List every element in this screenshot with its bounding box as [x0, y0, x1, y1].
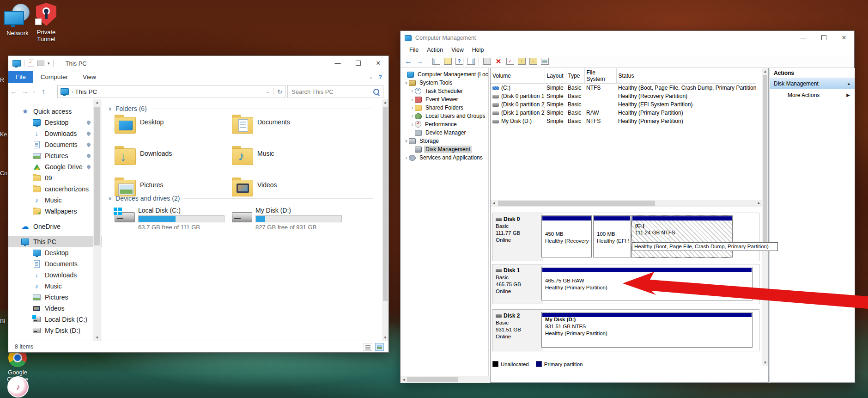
address-bar[interactable]: › This PC ⌄ ↻ — [57, 85, 285, 98]
move-up-icon[interactable]: ↑ — [517, 57, 526, 66]
sidebar-item-music[interactable]: ♪Music — [8, 281, 102, 292]
sidebar-item-09[interactable]: 09 — [8, 172, 102, 184]
sidebar-item-documents[interactable]: Documents — [8, 258, 102, 269]
column-header-volume[interactable]: Volume — [491, 68, 545, 84]
thumbnails-view-icon[interactable] — [375, 343, 384, 351]
address-dropdown-icon[interactable]: ⌄ — [266, 89, 270, 94]
disk-label-disk-2[interactable]: Disk 2Basic931.51 GBOnline — [492, 310, 543, 351]
scroll-down-icon[interactable]: ▼ — [93, 335, 101, 341]
expanded-icon[interactable]: ∨ — [404, 139, 409, 143]
sidebar-item-local-disk-c[interactable]: Local Disk (C:) — [8, 314, 102, 325]
close-button[interactable]: ✕ — [834, 31, 854, 44]
sidebar-item-my-disk-d[interactable]: My Disk (D:) — [8, 325, 102, 336]
partition-disk-2-0[interactable]: My Disk (D:)931.51 GB NTFSHealthy (Prima… — [541, 312, 753, 348]
scroll-down-icon[interactable]: ▼ — [382, 335, 388, 341]
back-button[interactable]: ← — [8, 87, 19, 95]
collapse-icon[interactable]: ∨ — [108, 196, 112, 202]
disk-label-disk-0[interactable]: Disk 0Basic111.77 GBOnline — [492, 213, 543, 261]
menu-action[interactable]: Action — [423, 47, 447, 53]
column-header-file-system[interactable]: File System — [584, 68, 616, 84]
scroll-up-icon[interactable]: ▲ — [93, 99, 101, 106]
customize-qat-icon[interactable]: ▾ — [48, 61, 50, 66]
minimize-button[interactable]: — — [328, 56, 348, 70]
nav-pane-scrollbar[interactable]: ▲ ▼ — [93, 99, 101, 341]
tree-item-local-users-and-groups[interactable]: ›Local Users and Groups — [401, 112, 488, 120]
volume-row-disk-1-partition-2[interactable]: (Disk 1 partition 2)SimpleBasicRAWHealth… — [491, 109, 756, 117]
callout-icon[interactable] — [482, 57, 492, 66]
partition-disk-0-2[interactable]: (C:)111.24 GB NTFS — [631, 215, 733, 257]
recent-locations-icon[interactable]: ⌄ — [30, 89, 38, 93]
sidebar-item-pictures[interactable]: Pictures — [8, 292, 102, 303]
column-header-type[interactable]: Type — [566, 68, 584, 84]
folder-tile-desktop[interactable]: Desktop — [115, 117, 164, 134]
actions-group-disk-management[interactable]: Disk Management ▲ — [770, 78, 855, 89]
help-icon[interactable]: ? — [455, 57, 464, 66]
tree-item-event-viewer[interactable]: ›Event Viewer — [401, 95, 488, 104]
disk-pane-vertical-scrollbar[interactable]: ▲ ▼ — [762, 68, 768, 366]
collapsed-icon[interactable]: › — [404, 154, 409, 161]
collapsed-icon[interactable]: › — [410, 88, 415, 94]
properties-icon[interactable] — [540, 57, 549, 66]
sidebar-item-desktop[interactable]: Desktop — [8, 117, 102, 128]
scrollbar-thumb[interactable] — [94, 107, 100, 245]
sidebar-item-google-drive[interactable]: Google Drive — [8, 161, 102, 172]
new-folder-icon[interactable] — [37, 61, 44, 66]
folder-tile-downloads[interactable]: ↓Downloads — [115, 148, 172, 165]
tab-computer[interactable]: Computer — [33, 71, 75, 83]
disk-label-disk-1[interactable]: Disk 1Basic465.75 GBOnline — [492, 264, 543, 304]
drives-section-header[interactable]: ∨ Devices and drives (2) — [108, 195, 373, 202]
sidebar-item-quick-access[interactable]: ★Quick access — [8, 106, 102, 117]
column-header-status[interactable]: Status — [616, 68, 756, 84]
sidebar-item-pictures[interactable]: Pictures — [8, 150, 102, 161]
tree-item-performance[interactable]: ›Performance — [401, 120, 488, 129]
scroll-down-icon[interactable]: ▼ — [762, 360, 768, 366]
drive-tile-local-disk-c[interactable]: Local Disk (C:)63.7 GB free of 111 GB — [115, 207, 225, 231]
scrollbar-thumb[interactable] — [383, 107, 388, 301]
properties-icon[interactable] — [28, 60, 34, 67]
maximize-button[interactable] — [813, 31, 834, 44]
up-button[interactable]: ↑ — [38, 87, 49, 95]
collapsed-icon[interactable]: › — [410, 96, 415, 103]
sidebar-item-downloads[interactable]: ↓Downloads — [8, 269, 102, 281]
scroll-up-icon[interactable]: ▲ — [762, 68, 768, 75]
forward-icon[interactable]: → — [415, 57, 425, 66]
partition-disk-0-0[interactable]: 450 MBHealthy (Recovery — [541, 215, 592, 257]
back-icon[interactable]: ← — [404, 57, 413, 66]
tree-item-computer-management-local[interactable]: Computer Management (Local — [401, 70, 488, 79]
column-header-layout[interactable]: Layout — [545, 68, 566, 84]
collapsed-icon[interactable]: › — [410, 121, 415, 128]
show-action-pane-icon[interactable] — [466, 57, 475, 66]
desktop-icon-private-tunnel[interactable]: Private Tunnel — [29, 3, 64, 43]
partition-disk-1-0[interactable]: 465.75 GB RAWHealthy (Primary Partition) — [541, 267, 753, 300]
volume-row-c[interactable]: (C:)SimpleBasicNTFSHealthy (Boot, Page F… — [491, 84, 756, 92]
sidebar-item-documents[interactable]: Documents — [8, 139, 102, 150]
partition-disk-0-1[interactable]: 100 MBHealthy (EFI S — [593, 215, 631, 257]
help-icon[interactable]: ? — [378, 73, 382, 80]
refresh-icon[interactable]: ↻ — [277, 88, 282, 95]
close-button[interactable]: ✕ — [368, 56, 388, 70]
find-icon[interactable]: ◦ — [528, 57, 538, 66]
collapsed-icon[interactable]: › — [410, 113, 415, 119]
search-input[interactable]: Search This PC — [287, 85, 383, 98]
menu-view[interactable]: View — [447, 47, 468, 53]
folder-tile-pictures[interactable]: Pictures — [115, 180, 164, 196]
expand-ribbon-icon[interactable]: ⌄ — [369, 74, 373, 80]
content-scrollbar[interactable]: ▲ ▼ — [382, 99, 388, 341]
scrollbar-thumb[interactable] — [407, 377, 458, 382]
delete-icon[interactable]: ✕ — [494, 57, 503, 66]
more-actions-item[interactable]: More Actions ▶ — [770, 89, 855, 101]
details-view-icon[interactable] — [364, 343, 372, 351]
tree-item-services-and-applications[interactable]: ›Services and Applications — [401, 153, 488, 162]
sidebar-item-wallpapers[interactable]: ✓Wallpapers — [8, 206, 102, 217]
sidebar-item-desktop[interactable]: Desktop — [8, 247, 102, 258]
search-icon[interactable] — [373, 89, 379, 95]
menu-file[interactable]: File — [405, 47, 423, 53]
folder-tile-documents[interactable]: Documents — [232, 117, 290, 134]
tree-item-task-scheduler[interactable]: ›Task Scheduler — [401, 87, 488, 95]
volume-pane-horizontal-scrollbar[interactable]: ◄ ► — [491, 200, 762, 207]
maximize-button[interactable] — [348, 56, 368, 70]
tab-file[interactable]: File — [8, 71, 33, 83]
volume-row-my-disk-d[interactable]: My Disk (D:)SimpleBasicNTFSHealthy (Prim… — [491, 117, 756, 125]
minimize-button[interactable]: — — [793, 31, 813, 44]
collapse-icon[interactable]: ∨ — [108, 106, 112, 112]
